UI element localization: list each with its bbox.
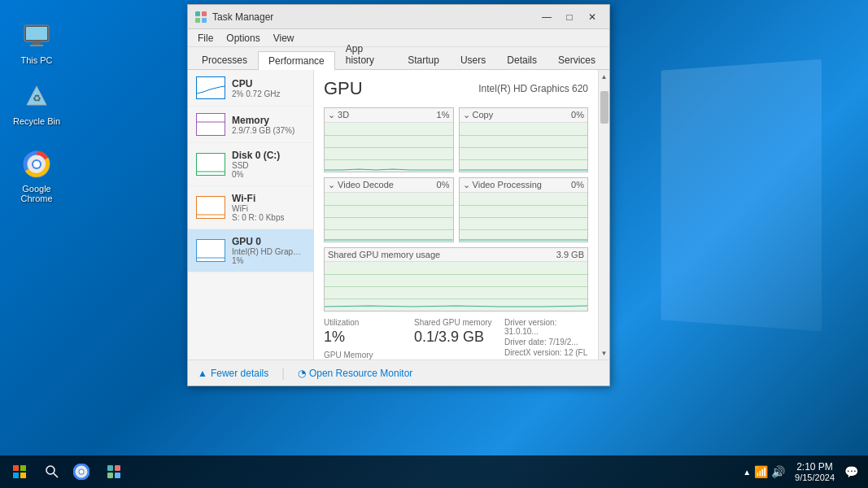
wifi-sub1: WiFi: [232, 204, 305, 213]
chart-vd-pct: 0%: [437, 180, 450, 190]
svg-rect-26: [107, 473, 113, 478]
svg-text:♻: ♻: [33, 93, 41, 104]
scrollbar[interactable]: ▲ ▼: [598, 70, 609, 359]
cpu-title: CPU: [232, 78, 305, 89]
chart-copy-grid: [460, 123, 588, 172]
notification-button[interactable]: 💬: [841, 465, 861, 478]
svg-rect-11: [202, 11, 207, 16]
memory-title: Memory: [232, 115, 305, 126]
fewer-details-label: Fewer details: [211, 368, 268, 379]
desktop-icon-this-pc[interactable]: This PC: [8, 16, 65, 68]
gpu-sidebar-title: GPU 0: [232, 236, 305, 247]
grid-line: [325, 159, 453, 160]
grid-line: [460, 217, 588, 218]
chart-vd-label: ⌄ Video Decode 0%: [325, 178, 453, 193]
chart-vd-area: [325, 193, 453, 242]
svg-rect-24: [107, 465, 113, 471]
svg-rect-16: [13, 473, 19, 478]
clock[interactable]: 2:10 PM 9/15/2024: [790, 461, 840, 482]
chart-copy-pct: 0%: [571, 110, 584, 120]
grid-line: [325, 135, 453, 136]
chart-video-processing: ⌄ Video Processing 0%: [459, 177, 589, 242]
wifi-graph-mini: [196, 196, 225, 219]
menu-options[interactable]: Options: [220, 31, 266, 46]
clock-time: 2:10 PM: [795, 461, 835, 473]
driver-version-row: Driver version: 31.0.10...: [504, 318, 588, 336]
directx-row: DirectX version: 12 (FL ...: [504, 348, 588, 359]
svg-rect-27: [115, 473, 120, 478]
tray-expand-icon[interactable]: ▲: [743, 468, 751, 477]
tray-volume-icon[interactable]: 🔊: [771, 465, 785, 478]
desktop-icon-chrome[interactable]: Google Chrome: [8, 145, 65, 207]
shared-mem-value: 3.9 GB: [556, 250, 584, 259]
menu-view[interactable]: View: [267, 31, 301, 46]
grid-line: [325, 205, 453, 206]
sidebar-item-gpu[interactable]: GPU 0 Intel(R) HD Graphi... 1%: [188, 229, 313, 272]
driver-date-value: 7/19/2...: [548, 338, 578, 346]
this-pc-label: This PC: [20, 55, 52, 65]
cpu-info: CPU 2% 0.72 GHz: [232, 78, 305, 98]
svg-line-19: [54, 473, 58, 477]
utilization-label: Utilization: [324, 318, 408, 327]
tab-startup[interactable]: Startup: [397, 50, 450, 69]
grid-line: [460, 159, 588, 160]
sidebar-item-wifi[interactable]: Wi-Fi WiFi S: 0 R: 0 Kbps: [188, 186, 313, 229]
tray-network-icon[interactable]: 📶: [754, 465, 768, 478]
chart-vd-title: ⌄ Video Decode: [328, 180, 394, 190]
tab-performance[interactable]: Performance: [258, 51, 335, 70]
chart-3d-grid: [325, 123, 453, 172]
shared-gpu-value: 0.1/3.9 GB: [414, 329, 498, 346]
taskbar-chrome-button[interactable]: [65, 455, 98, 488]
scroll-down-button[interactable]: ▼: [599, 346, 610, 359]
cpu-graph-mini: [196, 76, 225, 99]
menu-bar: File Options View: [188, 29, 609, 47]
sidebar-item-memory[interactable]: Memory 2.9/7.9 GB (37%): [188, 107, 313, 143]
maximize-button[interactable]: □: [559, 9, 580, 25]
scroll-up-button[interactable]: ▲: [599, 70, 610, 83]
task-manager-window: Task Manager — □ ✕ File Options View Pro…: [187, 4, 610, 386]
sidebar: CPU 2% 0.72 GHz Memory 2.9/7.9 GB (37%): [188, 70, 314, 359]
shared-gpu-label: Shared GPU memory: [414, 318, 498, 327]
tab-processes[interactable]: Processes: [191, 50, 258, 69]
svg-rect-1: [26, 27, 47, 40]
sidebar-item-disk[interactable]: Disk 0 (C:) SSD 0%: [188, 143, 313, 186]
open-resource-monitor-button[interactable]: ◔ Open Resource Monitor: [298, 368, 412, 379]
scroll-track[interactable]: [599, 83, 609, 346]
fewer-details-button[interactable]: ▲ Fewer details: [198, 368, 268, 379]
svg-rect-15: [20, 465, 26, 471]
stat-shared-gpu: Shared GPU memory 0.1/3.9 GB: [414, 318, 498, 359]
recycle-bin-label: Recycle Bin: [13, 116, 60, 126]
driver-version-value: 31.0.10...: [504, 327, 539, 336]
taskbar-right: ▲ 📶 🔊 2:10 PM 9/15/2024 💬: [739, 461, 868, 482]
tab-services[interactable]: Services: [547, 50, 606, 69]
recycle-bin-icon: ♻: [20, 81, 53, 113]
start-button[interactable]: [0, 455, 39, 488]
open-monitor-label: Open Resource Monitor: [309, 368, 412, 379]
grid-line: [325, 298, 587, 299]
desktop-icon-recycle-bin[interactable]: ♻ Recycle Bin: [8, 77, 65, 129]
taskbar-taskmanager-button[interactable]: [98, 455, 130, 488]
chart-shared-memory: Shared GPU memory usage 3.9 GB: [324, 247, 588, 312]
svg-point-18: [46, 466, 55, 474]
menu-file[interactable]: File: [191, 31, 220, 46]
tab-bar: Processes Performance App history Startu…: [188, 47, 609, 70]
chart-3d: ⌄ 3D 1%: [324, 107, 454, 172]
grid-line: [325, 147, 453, 148]
content-area: CPU 2% 0.72 GHz Memory 2.9/7.9 GB (37%): [188, 70, 609, 359]
memory-sub: 2.9/7.9 GB (37%): [232, 126, 305, 135]
svg-rect-25: [115, 465, 120, 471]
tab-details[interactable]: Details: [496, 50, 547, 69]
minimize-button[interactable]: —: [536, 9, 557, 25]
tab-users[interactable]: Users: [450, 50, 496, 69]
directx-label: DirectX version:: [504, 348, 562, 357]
disk-info: Disk 0 (C:) SSD 0%: [232, 150, 305, 179]
svg-rect-14: [13, 465, 19, 471]
close-button[interactable]: ✕: [582, 9, 603, 25]
stat-driver-info: Driver version: 31.0.10... Driver date: …: [504, 318, 588, 359]
sidebar-item-cpu[interactable]: CPU 2% 0.72 GHz: [188, 70, 313, 107]
svg-rect-13: [202, 18, 207, 23]
tab-app-history[interactable]: App history: [335, 39, 398, 69]
chart-vp-area: [460, 193, 588, 242]
scroll-thumb[interactable]: [600, 91, 608, 124]
search-button[interactable]: [39, 455, 65, 488]
